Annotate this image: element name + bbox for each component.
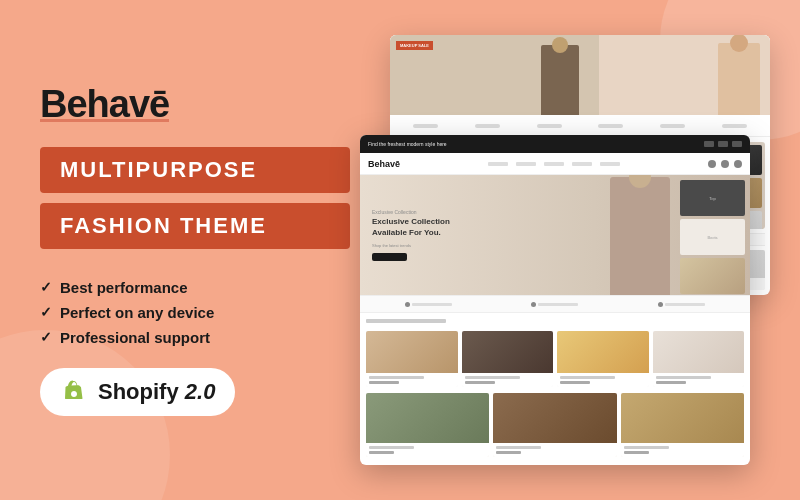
front-nav-link-4 [572, 162, 592, 166]
back-header: SUPER SALE MAKEUP SALE [390, 35, 770, 115]
feature-support-text: Professional support [60, 329, 210, 346]
front-product-img-2 [462, 331, 554, 373]
front-topbar-text: Find the freshest modern style here [368, 141, 704, 147]
front-product-price-2 [465, 381, 495, 384]
badge-multipurpose: MULTIPURPOSE [40, 147, 350, 193]
promise-icon-3 [658, 302, 663, 307]
nav-dot-2 [475, 124, 500, 128]
front-hero-small: Exclusive Collection [372, 209, 543, 215]
shopify-version: 2.0 [185, 379, 216, 404]
front-bottom-card-2 [493, 393, 616, 457]
front-hero-desc: Shop the latest trends [372, 243, 543, 248]
front-product-name-3 [560, 376, 615, 379]
right-panel: SUPER SALE MAKEUP SALE [350, 30, 760, 470]
left-panel: Behavē MULTIPURPOSE FASHION THEME ✓ Best… [40, 85, 350, 416]
front-user-icon [721, 160, 729, 168]
brand-logo: Behavē [40, 85, 350, 123]
logo-text: Behavē [40, 85, 169, 123]
promise-text-3 [665, 303, 705, 306]
front-hero-title: Exclusive CollectionAvailable For You. [372, 217, 543, 238]
front-logo: Behavē [368, 159, 400, 169]
front-topbar-icons [704, 141, 742, 147]
front-cart-icon [734, 160, 742, 168]
shopify-icon [60, 378, 88, 406]
front-product-name-1 [369, 376, 424, 379]
feature-item-support: ✓ Professional support [40, 329, 350, 346]
front-bottom-price-1 [369, 451, 394, 454]
nav-dot-6 [722, 124, 747, 128]
front-bottom-info-2 [493, 443, 616, 457]
front-product-info-3 [557, 373, 649, 387]
promise-icon-1 [405, 302, 410, 307]
features-list: ✓ Best performance ✓ Perfect on any devi… [40, 279, 350, 346]
front-bottom-img-1 [366, 393, 489, 443]
front-nav-icons [708, 160, 742, 168]
front-side-product-3 [680, 258, 745, 294]
front-product-price-1 [369, 381, 399, 384]
front-bottom-name-3 [624, 446, 669, 449]
front-search-icon [708, 160, 716, 168]
front-bottom-card-3 [621, 393, 744, 457]
front-product-info-2 [462, 373, 554, 387]
front-bottom-img-3 [621, 393, 744, 443]
nav-dot-3 [537, 124, 562, 128]
front-product-img-3 [557, 331, 649, 373]
front-bottom-products [360, 393, 750, 463]
nav-dot-1 [413, 124, 438, 128]
front-side-product-label-2: Boots [707, 235, 717, 240]
check-icon-support: ✓ [40, 329, 52, 345]
feature-item-performance: ✓ Best performance [40, 279, 350, 296]
front-nav: Behavē [360, 153, 750, 175]
svg-point-0 [73, 392, 76, 395]
front-products-grid [366, 331, 744, 387]
promise-text-2 [538, 303, 578, 306]
shopify-badge: Shopify 2.0 [40, 368, 235, 416]
topbar-icon-2 [718, 141, 728, 147]
front-product-img-1 [366, 331, 458, 373]
front-nav-link-3 [544, 162, 564, 166]
feature-device-text: Perfect on any device [60, 304, 214, 321]
front-product-img-4 [653, 331, 745, 373]
front-product-card-2 [462, 331, 554, 387]
promise-text-1 [412, 303, 452, 306]
feature-performance-text: Best performance [60, 279, 188, 296]
front-side-product-label-1: Top [709, 196, 715, 201]
front-side-product-2: Boots [680, 219, 745, 255]
front-promise-bar [360, 295, 750, 313]
front-hero-left: Exclusive Collection Exclusive Collectio… [360, 175, 555, 295]
nav-dot-5 [660, 124, 685, 128]
front-product-price-3 [560, 381, 590, 384]
front-nav-link-1 [488, 162, 508, 166]
front-bottom-name-1 [369, 446, 414, 449]
front-product-name-4 [656, 376, 711, 379]
front-bottom-info-1 [366, 443, 489, 457]
front-hero-person-head [629, 175, 651, 188]
front-bottom-name-2 [496, 446, 541, 449]
front-products-section [360, 313, 750, 393]
front-bottom-info-3 [621, 443, 744, 457]
topbar-icon-1 [704, 141, 714, 147]
promise-item-2 [531, 302, 578, 307]
back-nav [390, 115, 770, 137]
main-container: Behavē MULTIPURPOSE FASHION THEME ✓ Best… [0, 0, 800, 500]
front-bottom-img-2 [493, 393, 616, 443]
front-product-price-4 [656, 381, 686, 384]
front-hero-side: Top Boots [680, 180, 745, 294]
front-nav-links [488, 162, 620, 166]
front-product-card-3 [557, 331, 649, 387]
front-product-name-2 [465, 376, 520, 379]
front-hero-person [610, 177, 670, 295]
front-topbar: Find the freshest modern style here [360, 135, 750, 153]
nav-dot-4 [598, 124, 623, 128]
shopify-text: Shopify 2.0 [98, 379, 215, 405]
feature-item-device: ✓ Perfect on any device [40, 304, 350, 321]
front-bottom-price-2 [496, 451, 521, 454]
check-icon-device: ✓ [40, 304, 52, 320]
back-hero-right: MAKEUP SALE [599, 35, 770, 115]
shopify-label: Shopify [98, 379, 179, 404]
topbar-icon-3 [732, 141, 742, 147]
promise-item-1 [405, 302, 452, 307]
front-hero-btn [372, 253, 407, 261]
front-side-product-1: Top [680, 180, 745, 216]
front-product-info-1 [366, 373, 458, 387]
